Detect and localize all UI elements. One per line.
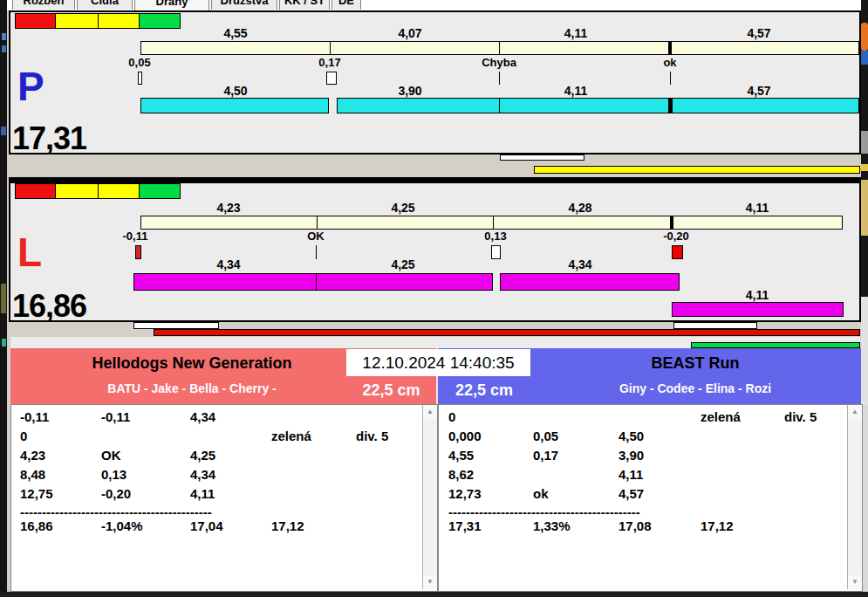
right-team-name: BEAST Run [530, 354, 861, 373]
left-team-members: BATU - Jake - Bella - Cherry - [17, 381, 366, 395]
l-run-bar-segment [133, 273, 317, 291]
cell [701, 429, 784, 443]
tab-label: Družstva [221, 0, 269, 7]
diff-label: OK [277, 230, 355, 243]
tab-label: Rozběh [24, 0, 65, 7]
totals-row: 16,86 -1,04% 17,04 17,12 [11, 518, 446, 533]
split-time-label: 4,57 [707, 26, 811, 40]
l-run-bar-segment [672, 302, 844, 317]
diff-label: 0,17 [290, 56, 369, 69]
split-time-label: 4,57 [707, 84, 811, 98]
cell: 8,62 [448, 467, 533, 482]
cell: 12,75 [20, 486, 101, 501]
tab-label: DE [338, 0, 354, 7]
cell [271, 467, 356, 482]
p-run-bar-segment [140, 98, 329, 113]
cell: div. 5 [356, 429, 388, 443]
tab-label: KK / ST [284, 0, 325, 7]
right-team-members: Giny - Codee - Elina - Rozi [530, 381, 861, 395]
tab-de[interactable]: DE [331, 0, 361, 10]
split-time-label: 3,90 [358, 84, 462, 98]
cell: -0,11 [101, 409, 190, 424]
p-reference-bar-divider [499, 41, 500, 55]
tab-bar: Rozběh Čidla Dráhy Družstva KK / ST DE [7, 0, 861, 10]
cell: 4,11 [190, 486, 271, 501]
status-strip-green [139, 183, 181, 199]
status-strip-yellow [55, 183, 99, 199]
taskbar-icon [1, 284, 6, 313]
cell [271, 409, 356, 424]
cell: 16,86 [20, 518, 101, 533]
right-list-scrollbar[interactable]: ▲ ▼ [847, 405, 862, 589]
app-window: Rozběh Čidla Dráhy Družstva KK / ST DE 4… [0, 0, 868, 597]
cell: 4,11 [619, 467, 701, 482]
tab-cidla[interactable]: Čidla [77, 0, 133, 10]
left-list-scrollbar[interactable]: ▲ ▼ [422, 405, 437, 589]
diff-tick [672, 245, 683, 259]
cell: 17,08 [619, 518, 701, 533]
cell: 4,25 [190, 448, 271, 463]
l-progress-outline-bar [673, 322, 757, 329]
cell: div. 5 [784, 409, 817, 424]
cell: 0,05 [533, 429, 619, 443]
result-row: 12,75 -0,20 4,11 [11, 486, 446, 501]
scroll-up-icon[interactable]: ▲ [848, 405, 862, 419]
result-row: 8,62 4,11 [439, 467, 868, 482]
cell [533, 467, 619, 482]
taskbar-icon [2, 45, 6, 52]
window-bottom-edge [0, 592, 868, 597]
tab-druzstva[interactable]: Družstva [211, 0, 277, 10]
l-progress-red-bar [154, 329, 860, 336]
taskbar-icon [2, 33, 6, 40]
status-strip-yellow [98, 183, 140, 199]
split-time-label: 4,50 [183, 84, 288, 98]
split-time-label: 4,11 [705, 288, 810, 302]
left-height-label: 22,5 cm [346, 376, 436, 404]
cell: OK [101, 448, 190, 463]
diff-tick [670, 72, 671, 85]
split-time-label: 4,25 [351, 201, 455, 215]
l-reference-bar-divider [317, 216, 318, 230]
diff-tick [138, 72, 142, 85]
p-run-bar-segment [337, 98, 500, 113]
status-strip-red [15, 13, 56, 29]
background-app-icon [861, 180, 868, 236]
diff-tick [491, 245, 501, 259]
l-reference-bar [140, 216, 843, 230]
cell: 4,23 [20, 448, 101, 463]
tab-drahy[interactable]: Dráhy [134, 0, 209, 10]
l-progress-green-bar [691, 342, 860, 348]
cell: 4,55 [448, 448, 533, 463]
diff-label: -0,11 [96, 230, 174, 243]
diff-tick [499, 72, 500, 85]
tab-rozbeh[interactable]: Rozběh [12, 0, 75, 10]
p-reference-bar-divider [330, 41, 331, 55]
cell [701, 486, 784, 501]
split-time-label: 4,11 [523, 26, 628, 40]
cell: 17,04 [190, 518, 271, 533]
result-row: 8,48 0,13 4,34 [11, 467, 446, 482]
cell: -1,04% [101, 518, 190, 533]
scroll-up-icon[interactable]: ▲ [423, 405, 437, 419]
diff-tick [326, 72, 337, 85]
cell: 0 [20, 429, 101, 443]
cell: 8,48 [20, 467, 101, 482]
p-reference-bar-divider [668, 41, 672, 55]
p-run-bar-segment [499, 98, 669, 113]
scroll-down-icon[interactable]: ▼ [423, 575, 437, 589]
background-app-icon [861, 51, 868, 65]
background-app-icon [861, 23, 868, 51]
totals-separator: ----------------------------------------… [448, 504, 688, 519]
cell [619, 409, 701, 424]
split-time-label: 4,28 [528, 201, 632, 215]
diff-label: -0,20 [637, 230, 715, 243]
result-row: -0,11 -0,11 4,34 [11, 409, 446, 424]
cell: 17,12 [701, 518, 784, 533]
cell: 17,12 [271, 518, 356, 533]
panel-p-letter: P [17, 66, 44, 106]
cell: -0,11 [20, 409, 101, 424]
scroll-down-icon[interactable]: ▼ [848, 575, 862, 589]
tab-kk-st[interactable]: KK / ST [279, 0, 330, 10]
split-time-label: 4,07 [358, 26, 462, 40]
result-row: 0 zelená div. 5 [11, 429, 446, 443]
